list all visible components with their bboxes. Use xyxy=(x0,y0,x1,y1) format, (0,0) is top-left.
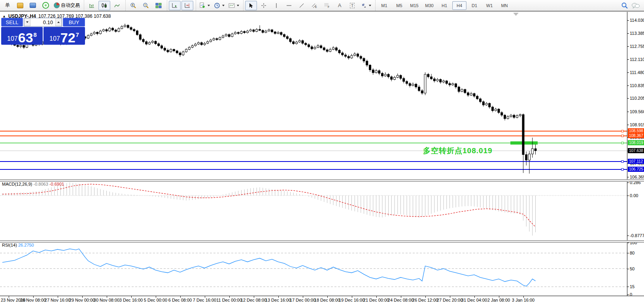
text-label-button[interactable]: T xyxy=(346,1,358,10)
candle-body xyxy=(112,28,114,30)
candlestick-mode-button[interactable] xyxy=(98,1,110,10)
candle-body xyxy=(151,41,153,42)
timeframe-button-m15[interactable]: M15 xyxy=(407,1,421,10)
timeframe-button-w1[interactable]: W1 xyxy=(482,1,497,10)
hline-price-label: 106.725 xyxy=(628,167,644,172)
price-tick-label: 108.915 xyxy=(630,122,644,127)
bar-chart-mode-button[interactable] xyxy=(86,1,98,10)
candle-body xyxy=(427,74,429,77)
templates-button[interactable] xyxy=(227,1,241,10)
candle-body xyxy=(130,28,132,30)
candle-body xyxy=(458,87,460,91)
candle-body xyxy=(366,61,368,65)
rsi-splitter[interactable] xyxy=(0,240,644,243)
sell-button[interactable]: SELL xyxy=(1,18,23,27)
price-tick-mark xyxy=(627,125,629,125)
timeframe-button-m1[interactable]: M1 xyxy=(377,1,391,10)
candle-body xyxy=(400,75,402,78)
candle-body xyxy=(198,43,200,44)
candle-body xyxy=(106,30,108,31)
buy-price-display[interactable]: 107 72 7 xyxy=(43,27,85,45)
fibonacci-icon: F xyxy=(324,2,330,9)
sell-price-big: 63 xyxy=(18,32,33,44)
timeframe-button-h1[interactable]: H1 xyxy=(437,1,451,10)
hline-handle[interactable] xyxy=(621,142,623,144)
timeframe-button-m30[interactable]: M30 xyxy=(422,1,436,10)
candle-body xyxy=(342,53,344,55)
cursor-button[interactable] xyxy=(245,1,257,10)
price-tick-label: 110.205 xyxy=(630,96,644,101)
candle-body xyxy=(308,45,310,47)
time-label: 7 Dec 16:00 xyxy=(193,298,216,302)
candle-body xyxy=(142,40,144,42)
volume-down-button[interactable] xyxy=(24,18,30,26)
signals-button[interactable] xyxy=(40,1,51,10)
main-chart-plot[interactable] xyxy=(0,12,627,179)
time-label: 3 Jan 16:00 xyxy=(512,298,535,302)
sell-price-display[interactable]: 107 63 8 xyxy=(1,27,43,45)
hline-handle[interactable] xyxy=(621,168,623,170)
time-axis[interactable]: 23 Nov 201826 Nov 08:0027 Nov 16:0029 No… xyxy=(0,296,644,306)
candle-body xyxy=(412,84,414,86)
candle-body xyxy=(195,44,196,46)
candle-body xyxy=(280,32,282,34)
candle-body xyxy=(121,27,123,29)
periods-button[interactable] xyxy=(212,1,226,10)
chart-shift-marker-icon[interactable] xyxy=(513,13,519,16)
candle-body xyxy=(522,114,524,154)
candle-body xyxy=(314,48,316,49)
volume-input[interactable]: 0.10 xyxy=(30,18,55,26)
fibonacci-button[interactable]: F xyxy=(321,1,333,10)
candle-body xyxy=(256,29,258,31)
candle-body xyxy=(182,52,184,55)
candle-body xyxy=(136,31,138,35)
timeframe-button-h4[interactable]: H4 xyxy=(452,1,466,10)
vertical-line-button[interactable] xyxy=(270,1,282,10)
macd-splitter[interactable] xyxy=(0,179,644,182)
tile-windows-button[interactable] xyxy=(153,1,164,10)
candle-body xyxy=(351,55,353,58)
price-scale[interactable]: 114.030113.385112.755112.110111.480110.8… xyxy=(627,12,644,296)
time-label: 26 Nov 08:00 xyxy=(20,298,46,302)
timeframe-button-d1[interactable]: D1 xyxy=(467,1,482,10)
timeframe-button-m5[interactable]: M5 xyxy=(392,1,406,10)
auto-scroll-button[interactable] xyxy=(169,1,181,10)
equidistant-channel-button[interactable]: E xyxy=(308,1,320,10)
volume-up-button[interactable] xyxy=(55,18,62,26)
search-icon[interactable] xyxy=(621,2,628,9)
candle-body xyxy=(133,29,135,31)
zoom-in-button[interactable] xyxy=(127,1,139,10)
candle-body xyxy=(480,99,482,102)
rsi-tick-mark xyxy=(627,269,629,269)
community-chat-icon[interactable] xyxy=(631,2,640,9)
arrows-button[interactable] xyxy=(359,1,373,10)
trendline-button[interactable] xyxy=(296,1,308,10)
line-chart-mode-button[interactable] xyxy=(111,1,123,10)
hline-handle[interactable] xyxy=(621,160,623,162)
horizontal-line-button[interactable] xyxy=(283,1,295,10)
hline-handle[interactable] xyxy=(621,135,623,137)
autotrading-button[interactable]: 自动交易 xyxy=(52,1,81,10)
indicators-button[interactable] xyxy=(198,1,212,10)
buy-price-big: 72 xyxy=(60,32,76,44)
timeframe-button-mn[interactable]: MN xyxy=(497,1,512,10)
rsi-tick-mark xyxy=(627,253,629,253)
chart-shift-button[interactable] xyxy=(181,1,193,10)
time-label: 30 Nov 08:00 xyxy=(94,298,119,302)
candle-body xyxy=(207,42,209,43)
metaeditor-icon[interactable] xyxy=(14,1,26,10)
new-order-button[interactable]: 单 xyxy=(2,1,13,10)
buy-button[interactable]: BUY xyxy=(63,18,85,27)
rsi-plot[interactable] xyxy=(0,242,627,296)
candle-body xyxy=(302,41,304,44)
pivot-annotation-text[interactable]: 多空转折点108.019 xyxy=(423,146,493,156)
candle-body xyxy=(249,30,251,31)
strategy-tester-button[interactable] xyxy=(27,1,39,10)
crosshair-button[interactable] xyxy=(258,1,270,10)
hline-handle[interactable] xyxy=(621,130,623,132)
price-tick-mark xyxy=(627,86,629,86)
text-button[interactable]: A xyxy=(334,1,346,10)
macd-plot[interactable] xyxy=(0,181,627,240)
candle-body xyxy=(87,36,89,38)
zoom-out-button[interactable] xyxy=(140,1,152,10)
